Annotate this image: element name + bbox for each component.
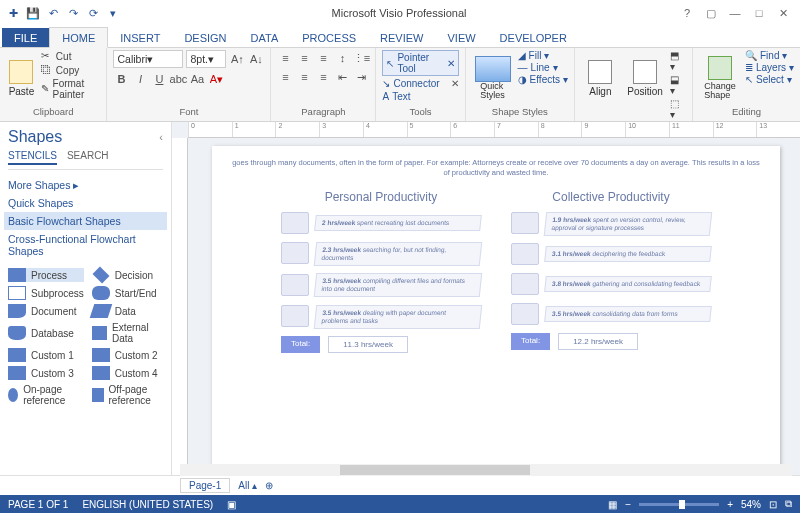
macro-record-icon[interactable]: ▣ xyxy=(227,499,236,510)
close-icon[interactable]: ✕ xyxy=(774,7,792,20)
shape-external-data[interactable]: External Data xyxy=(92,322,163,344)
shrink-font-icon[interactable]: A↓ xyxy=(248,51,264,67)
undo-icon[interactable]: ↶ xyxy=(46,6,60,20)
productivity-item: 2.3 hrs/week searching for, but not find… xyxy=(281,242,481,266)
fill-button[interactable]: ◢Fill ▾ xyxy=(518,50,568,61)
ribbon-collapse-icon[interactable]: ▢ xyxy=(702,7,720,20)
tab-process[interactable]: PROCESS xyxy=(290,28,368,47)
basic-flowchart-link[interactable]: Basic Flowchart Shapes xyxy=(4,212,167,230)
shape-offpage-ref[interactable]: Off-page reference xyxy=(92,384,163,406)
fit-page-icon[interactable]: ⊡ xyxy=(769,499,777,510)
tab-view[interactable]: VIEW xyxy=(435,28,487,47)
shape-process[interactable]: Process xyxy=(8,268,84,282)
pointer-tool-button[interactable]: ↖Pointer Tool✕ xyxy=(382,50,458,76)
format-painter-button[interactable]: ✎Format Painter xyxy=(41,78,101,100)
line-button[interactable]: —Line ▾ xyxy=(518,62,568,73)
tab-file[interactable]: FILE xyxy=(2,28,49,47)
underline-button[interactable]: U xyxy=(151,71,167,87)
find-button[interactable]: 🔍 Find ▾ xyxy=(745,50,794,61)
delete-icon[interactable]: ✕ xyxy=(451,78,459,89)
shape-decision[interactable]: Decision xyxy=(92,268,163,282)
group-clipboard-label: Clipboard xyxy=(6,106,100,119)
page-tab-1[interactable]: Page-1 xyxy=(180,478,230,493)
group-icon[interactable]: ⬚ ▾ xyxy=(670,98,685,120)
shapes-collapse-icon[interactable]: ‹ xyxy=(159,131,163,143)
effects-button[interactable]: ◑Effects ▾ xyxy=(518,74,568,85)
tab-developer[interactable]: DEVELOPER xyxy=(488,28,579,47)
refresh-icon[interactable]: ⟳ xyxy=(86,6,100,20)
grow-font-icon[interactable]: A↑ xyxy=(229,51,245,67)
shape-custom3[interactable]: Custom 3 xyxy=(8,366,84,380)
connector-tool-button[interactable]: ↘Connector✕ xyxy=(382,78,458,89)
text-case-button[interactable]: Aa xyxy=(189,71,205,87)
shape-custom4[interactable]: Custom 4 xyxy=(92,366,163,380)
redo-icon[interactable]: ↷ xyxy=(66,6,80,20)
tab-data[interactable]: DATA xyxy=(239,28,291,47)
more-shapes-link[interactable]: More Shapes ▸ xyxy=(8,176,163,194)
select-button[interactable]: ↖ Select ▾ xyxy=(745,74,794,85)
italic-button[interactable]: I xyxy=(132,71,148,87)
send-back-icon[interactable]: ⬓ ▾ xyxy=(670,74,685,96)
orientation-icon[interactable]: ↕ xyxy=(334,50,350,66)
add-page-button[interactable]: ⊕ xyxy=(265,480,273,491)
presentation-mode-icon[interactable]: ▦ xyxy=(608,499,617,510)
shape-data[interactable]: Data xyxy=(92,304,163,318)
font-family-select[interactable]: Calibri ▾ xyxy=(113,50,183,68)
maximize-icon[interactable]: □ xyxy=(750,7,768,20)
bullets-icon[interactable]: ⋮≡ xyxy=(353,50,369,66)
layers-label: Layers xyxy=(756,62,786,73)
all-pages-link[interactable]: All ▴ xyxy=(238,480,257,491)
shape-database[interactable]: Database xyxy=(8,322,84,344)
tab-design[interactable]: DESIGN xyxy=(172,28,238,47)
align-top-icon[interactable]: ≡ xyxy=(277,50,293,66)
text-tool-button[interactable]: AText xyxy=(382,91,410,102)
search-tab[interactable]: SEARCH xyxy=(67,150,109,165)
paste-button[interactable]: Paste xyxy=(6,50,37,106)
switch-windows-icon[interactable]: ⧉ xyxy=(785,498,792,510)
crop-icon[interactable]: ✕ xyxy=(447,58,455,69)
bold-button[interactable]: B xyxy=(113,71,129,87)
align-bottom-icon[interactable]: ≡ xyxy=(315,50,331,66)
shape-startend[interactable]: Start/End xyxy=(92,286,163,300)
qat-customize-icon[interactable]: ▾ xyxy=(106,6,120,20)
horizontal-scrollbar[interactable] xyxy=(180,464,792,476)
strike-button[interactable]: abc xyxy=(170,71,186,87)
position-button[interactable]: Position xyxy=(626,50,665,106)
save-icon[interactable]: 💾 xyxy=(26,6,40,20)
help-icon[interactable]: ? xyxy=(678,7,696,20)
cut-button[interactable]: ✂Cut xyxy=(41,50,101,62)
copy-button[interactable]: ⿻Copy xyxy=(41,64,101,76)
cross-functional-link[interactable]: Cross-Functional Flowchart Shapes xyxy=(8,230,163,260)
shape-custom1[interactable]: Custom 1 xyxy=(8,348,84,362)
shape-custom2[interactable]: Custom 2 xyxy=(92,348,163,362)
shape-onpage-ref[interactable]: On-page reference xyxy=(8,384,84,406)
language-indicator[interactable]: ENGLISH (UNITED STATES) xyxy=(82,499,213,510)
shape-document[interactable]: Document xyxy=(8,304,84,318)
minimize-icon[interactable]: — xyxy=(726,7,744,20)
zoom-out-button[interactable]: − xyxy=(625,499,631,510)
zoom-in-button[interactable]: + xyxy=(727,499,733,510)
shape-subprocess[interactable]: Subprocess xyxy=(8,286,84,300)
decrease-indent-icon[interactable]: ⇤ xyxy=(334,69,350,85)
align-left-icon[interactable]: ≡ xyxy=(277,69,293,85)
layers-button[interactable]: ≣ Layers ▾ xyxy=(745,62,794,73)
stencils-tab[interactable]: STENCILS xyxy=(8,150,57,165)
bring-front-icon[interactable]: ⬒ ▾ xyxy=(670,50,685,72)
align-button[interactable]: Align xyxy=(581,50,620,106)
page-indicator[interactable]: PAGE 1 OF 1 xyxy=(8,499,68,510)
align-middle-icon[interactable]: ≡ xyxy=(296,50,312,66)
quick-styles-button[interactable]: Quick Styles xyxy=(472,50,514,106)
font-size-select[interactable]: 8pt. ▾ xyxy=(186,50,226,68)
zoom-slider[interactable] xyxy=(639,503,719,506)
font-color-button[interactable]: A▾ xyxy=(208,71,224,87)
tab-review[interactable]: REVIEW xyxy=(368,28,435,47)
zoom-level[interactable]: 54% xyxy=(741,499,761,510)
quick-shapes-link[interactable]: Quick Shapes xyxy=(8,194,163,212)
increase-indent-icon[interactable]: ⇥ xyxy=(353,69,369,85)
drawing-page[interactable]: goes through many documents, often in th… xyxy=(212,146,780,467)
tab-insert[interactable]: INSERT xyxy=(108,28,172,47)
align-right-icon[interactable]: ≡ xyxy=(315,69,331,85)
tab-home[interactable]: HOME xyxy=(49,27,108,48)
align-center-icon[interactable]: ≡ xyxy=(296,69,312,85)
change-shape-button[interactable]: Change Shape xyxy=(699,50,741,106)
